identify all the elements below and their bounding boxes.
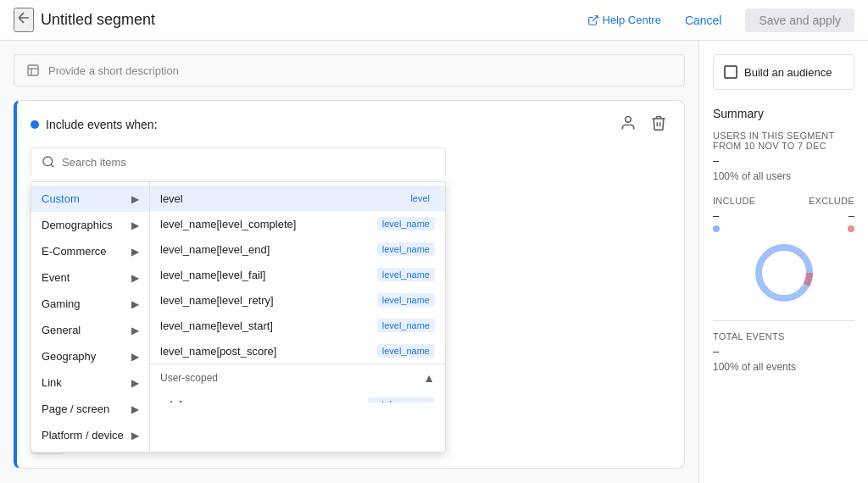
item-name: level_name[level_start] <box>160 319 273 332</box>
external-link-icon <box>587 14 599 26</box>
description-bar[interactable]: Provide a short description <box>14 54 685 86</box>
category-label: E-Commerce <box>42 245 107 258</box>
users-dash: – <box>713 154 854 167</box>
blue-dot <box>31 120 39 129</box>
item-name: level <box>160 192 183 205</box>
category-item-geography[interactable]: Geography ▶ <box>31 343 149 369</box>
item-name: level_name[level_end] <box>160 243 270 256</box>
include-label: INCLUDE <box>713 196 755 206</box>
back-button[interactable] <box>14 8 34 32</box>
category-item-custom[interactable]: Custom ▶ <box>31 186 149 212</box>
svg-line-5 <box>51 164 53 167</box>
svg-rect-0 <box>28 65 38 75</box>
include-label: Include events when: <box>31 118 158 131</box>
audience-checkbox[interactable] <box>724 65 737 79</box>
collapse-icon[interactable]: ▲ <box>423 371 435 385</box>
item-tag: level_name <box>377 344 435 358</box>
category-item-general[interactable]: General ▶ <box>31 317 149 343</box>
item-name: level_name[post_score] <box>160 345 276 358</box>
item-name: level_name[level_retry] <box>160 294 274 307</box>
chevron-icon: ▶ <box>131 403 139 415</box>
category-item-page-screen[interactable]: Page / screen ▶ <box>31 396 149 422</box>
exclude-dash: – <box>809 209 854 222</box>
section-title: User-scoped <box>160 372 218 384</box>
item-tag: level_name <box>377 268 435 281</box>
list-item[interactable]: level_name[level_fail] level_name <box>150 262 445 287</box>
chevron-icon: ▶ <box>131 325 139 336</box>
header: Untitled segment Help Centre Cancel Save… <box>0 0 868 41</box>
header-actions: Help Centre Cancel Save and apply <box>587 8 855 32</box>
summary-title: Summary <box>713 107 854 120</box>
item-tag: level_name <box>377 217 435 230</box>
user-scoped-section-header: User-scoped ▲ <box>150 364 445 391</box>
help-centre-link[interactable]: Help Centre <box>587 14 661 26</box>
save-apply-button[interactable]: Save and apply <box>745 8 854 32</box>
category-label: General <box>42 324 81 336</box>
svg-point-3 <box>626 117 632 123</box>
list-item[interactable]: level_name[level_end] level_name <box>150 236 445 262</box>
delete-button[interactable] <box>647 111 670 137</box>
dropdown: Custom ▶ Demographics ▶ E-Commerce ▶ E <box>31 181 446 452</box>
audience-box: Build an audience <box>713 54 854 90</box>
category-label: Link <box>42 376 62 389</box>
dropdown-area: Custom ▶ Demographics ▶ E-Commerce ▶ E <box>31 147 670 454</box>
left-panel: Provide a short description Include even… <box>0 41 698 483</box>
search-input[interactable] <box>62 156 435 169</box>
category-item-platform-device[interactable]: Platform / device ▶ <box>31 422 149 448</box>
category-label: Geography <box>42 350 96 363</box>
chevron-icon: ▶ <box>131 272 139 284</box>
user-scope-button[interactable] <box>616 111 640 137</box>
list-item[interactable]: level_name[post_score] level_name <box>150 338 445 364</box>
chevron-icon: ▶ <box>131 430 139 441</box>
right-panel: Build an audience Summary USERS IN THIS … <box>698 41 868 483</box>
search-bar <box>31 147 446 175</box>
chevron-icon: ▶ <box>131 193 139 205</box>
include-events-header: Include events when: <box>17 101 684 147</box>
users-percent: 100% of all users <box>713 170 854 182</box>
search-icon <box>42 155 55 169</box>
category-item-demographics[interactable]: Demographics ▶ <box>31 212 149 238</box>
chevron-icon: ▶ <box>131 219 139 231</box>
category-item-ecommerce[interactable]: E-Commerce ▶ <box>31 238 149 264</box>
include-events-card: Include events when: <box>14 100 685 469</box>
chevron-icon: ▶ <box>131 377 139 389</box>
header-icons <box>616 111 670 137</box>
category-item-event[interactable]: Event ▶ <box>31 264 149 291</box>
items-list: level level level_name[level_complete] l… <box>150 182 445 402</box>
cancel-button[interactable]: Cancel <box>675 8 732 32</box>
include-events-text: Include events when: <box>46 118 158 131</box>
item-name: level_name[level_complete] <box>160 218 296 230</box>
list-item[interactable]: level_name[level_complete] level_name <box>150 211 445 236</box>
exclude-label: EXCLUDE <box>809 196 854 206</box>
item-tag: level_name <box>377 242 435 256</box>
list-item[interactable]: level_name[level_start] level_name <box>150 313 445 338</box>
list-item[interactable]: level level <box>150 186 445 211</box>
svg-point-4 <box>43 157 53 166</box>
chevron-icon: ▶ <box>131 351 139 363</box>
main-content: Provide a short description Include even… <box>0 41 868 483</box>
svg-point-9 <box>759 247 810 298</box>
description-placeholder: Provide a short description <box>48 64 179 77</box>
category-label: Event <box>42 271 70 284</box>
category-label: Demographics <box>42 219 113 231</box>
category-item-gaming[interactable]: Gaming ▶ <box>31 291 149 317</box>
include-dot <box>713 225 755 232</box>
total-events-dash: – <box>713 345 854 358</box>
audience-label: Build an audience <box>744 66 832 79</box>
help-centre-label: Help Centre <box>603 14 661 26</box>
item-name: level_name[level_fail] <box>160 269 265 281</box>
item-tag: level_name <box>377 293 435 307</box>
exclude-dot <box>809 225 854 232</box>
category-item-link[interactable]: Link ▶ <box>31 369 149 396</box>
list-item[interactable]: level_name[level_retry] level_name <box>150 287 445 313</box>
users-label: USERS IN THIS SEGMENT FROM 10 NOV TO 7 D… <box>713 130 854 151</box>
category-label: Gaming <box>42 297 81 310</box>
category-label: Page / screen <box>42 402 109 415</box>
item-tag: ad_frequency <box>368 397 435 402</box>
summary-section: Summary USERS IN THIS SEGMENT FROM 10 NO… <box>713 107 854 373</box>
description-icon <box>26 64 40 77</box>
item-tag: level_name <box>377 319 435 332</box>
include-dash: – <box>713 209 755 222</box>
list-item[interactable]: ad_frequency ad_frequency <box>150 391 445 402</box>
donut-svg <box>750 239 818 307</box>
